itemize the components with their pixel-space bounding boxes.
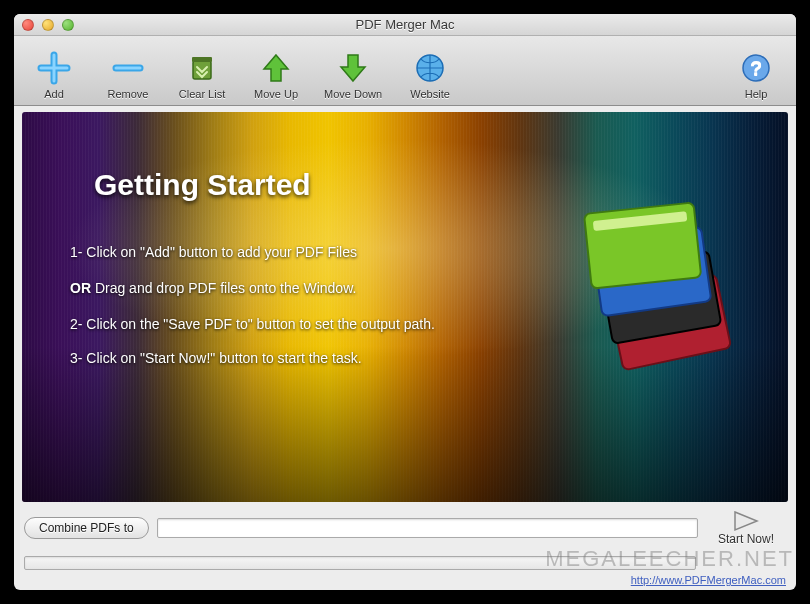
svg-rect-1	[192, 57, 212, 62]
start-now-label: Start Now!	[718, 532, 774, 546]
clear-list-label: Clear List	[179, 88, 225, 100]
start-now-button[interactable]: Start Now!	[706, 510, 786, 546]
step-3-text: 2- Click on the "Save PDF to" button to …	[70, 316, 435, 332]
arrow-up-icon	[259, 51, 293, 85]
content-area[interactable]: Getting Started 1- Click on "Add" button…	[22, 112, 788, 502]
remove-label: Remove	[108, 88, 149, 100]
step-2-text: OR Drag and drop PDF files onto the Wind…	[70, 280, 356, 296]
move-down-button[interactable]: Move Down	[320, 40, 386, 100]
move-down-label: Move Down	[324, 88, 382, 100]
website-label: Website	[410, 88, 450, 100]
bottom-panel: Combine PDFs to Start Now!	[14, 502, 796, 572]
trash-icon	[185, 51, 219, 85]
website-button[interactable]: Website	[400, 40, 460, 100]
minus-icon	[111, 51, 145, 85]
move-up-button[interactable]: Move Up	[246, 40, 306, 100]
progress-bar	[24, 556, 696, 570]
play-icon	[731, 510, 761, 532]
svg-text:?: ?	[750, 57, 762, 79]
remove-button[interactable]: Remove	[98, 40, 158, 100]
folders-illustration	[578, 202, 748, 372]
plus-icon	[37, 51, 71, 85]
clear-list-button[interactable]: Clear List	[172, 40, 232, 100]
window-title: PDF Merger Mac	[14, 17, 796, 32]
help-icon: ?	[739, 51, 773, 85]
help-button[interactable]: ? Help	[726, 40, 786, 100]
minimize-icon[interactable]	[42, 19, 54, 31]
titlebar: PDF Merger Mac	[14, 14, 796, 36]
output-path-field[interactable]	[157, 518, 698, 538]
add-button[interactable]: Add	[24, 40, 84, 100]
step-4-text: 3- Click on "Start Now!" button to start…	[70, 350, 362, 366]
toolbar: Add Remove Clear List Move Up Move Down	[14, 36, 796, 106]
help-label: Help	[745, 88, 768, 100]
combine-pdfs-to-button[interactable]: Combine PDFs to	[24, 517, 149, 539]
close-icon[interactable]	[22, 19, 34, 31]
zoom-icon[interactable]	[62, 19, 74, 31]
globe-icon	[413, 51, 447, 85]
window-controls	[22, 19, 74, 31]
add-label: Add	[44, 88, 64, 100]
move-up-label: Move Up	[254, 88, 298, 100]
step-1-text: 1- Click on "Add" button to add your PDF…	[70, 244, 357, 260]
getting-started-heading: Getting Started	[94, 168, 311, 202]
arrow-down-icon	[336, 51, 370, 85]
app-window: PDF Merger Mac Add Remove Clear List Mov…	[14, 14, 796, 590]
footer-link[interactable]: http://www.PDFMergerMac.com	[14, 572, 796, 590]
